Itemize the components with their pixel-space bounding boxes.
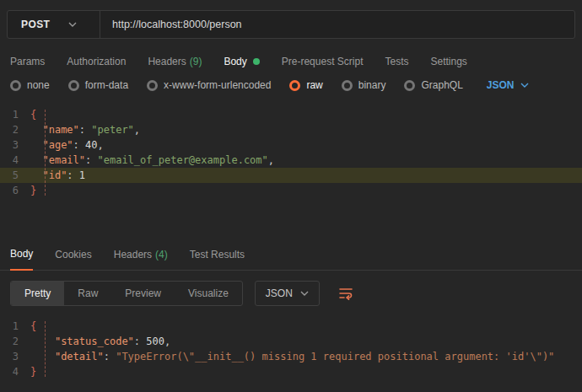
radio-raw-label: raw (306, 79, 322, 91)
chevron-down-icon (68, 22, 77, 27)
tab-prerequest-label: Pre-request Script (282, 56, 364, 67)
tab-headers[interactable]: Headers (9) (148, 56, 202, 67)
url-control: POST http://localhost:8000/person (7, 10, 575, 39)
response-tab-body-label: Body (10, 248, 33, 260)
response-toolbar: Pretty Raw Preview Visualize JSON (0, 271, 582, 314)
line-number: 2 (0, 334, 30, 349)
response-tabs: Body Cookies Headers (4) Test Results (0, 236, 582, 271)
word-wrap-icon (338, 287, 353, 300)
line-content: "email": "email_of_peter@example.com", (30, 153, 582, 168)
tab-authorization-label: Authorization (67, 56, 126, 67)
response-headers-count-badge: (4) (155, 249, 168, 260)
response-tab-test-results-label: Test Results (190, 249, 245, 260)
tab-settings[interactable]: Settings (431, 56, 467, 67)
word-wrap-button[interactable] (335, 283, 357, 303)
tab-settings-label: Settings (431, 56, 467, 67)
radio-graphql[interactable]: GraphQL (404, 79, 462, 91)
radio-icon (147, 80, 158, 91)
radio-none[interactable]: none (10, 79, 50, 91)
request-body-editor[interactable]: 1{2 "name": "peter",3 "age": 40,4 "email… (0, 103, 582, 236)
line-content: "age": 40, (30, 137, 582, 153)
radio-urlencoded[interactable]: x-www-form-urlencoded (147, 79, 271, 91)
line-content: { (30, 107, 582, 122)
response-tab-body[interactable]: Body (10, 248, 33, 271)
raw-language-label: JSON (487, 79, 515, 91)
tab-body-label: Body (224, 56, 246, 67)
response-tab-headers[interactable]: Headers (4) (114, 249, 168, 270)
line-number: 6 (0, 183, 30, 198)
code-line: 2 "status_code": 500, (0, 334, 582, 349)
code-line: 5 "id": 1 (0, 168, 582, 183)
tab-params-label: Params (10, 56, 45, 67)
response-language-label: JSON (266, 287, 293, 299)
bracket-guide (45, 321, 46, 377)
code-line: 4 "email": "email_of_peter@example.com", (0, 153, 582, 168)
tab-prerequest-script[interactable]: Pre-request Script (282, 56, 364, 67)
radio-graphql-label: GraphQL (421, 79, 462, 91)
code-line: 4} (0, 364, 582, 379)
line-content: { (30, 319, 582, 334)
tab-headers-label: Headers (148, 56, 186, 67)
code-line: 1{ (0, 107, 582, 122)
line-content: "name": "peter", (30, 122, 582, 137)
raw-language-dropdown[interactable]: JSON (487, 79, 529, 91)
radio-icon (10, 80, 21, 91)
line-number: 4 (0, 364, 30, 379)
url-text: http://localhost:8000/person (112, 19, 242, 30)
radio-binary-label: binary (358, 79, 386, 91)
line-content: "status_code": 500, (30, 334, 582, 349)
response-tab-test-results[interactable]: Test Results (190, 249, 245, 270)
tab-body[interactable]: Body (224, 56, 259, 67)
body-content-dot (253, 58, 260, 65)
response-language-dropdown[interactable]: JSON (255, 281, 320, 306)
radio-binary[interactable]: binary (342, 79, 386, 91)
view-preview-button[interactable]: Preview (111, 282, 175, 305)
headers-count-badge: (9) (190, 56, 202, 67)
chevron-down-icon (520, 83, 529, 88)
tab-authorization[interactable]: Authorization (67, 56, 126, 67)
code-line: 3 "detail": "TypeError(\"__init__() miss… (0, 349, 582, 364)
view-preview-label: Preview (125, 287, 161, 299)
line-number: 4 (0, 153, 30, 168)
radio-none-label: none (27, 79, 50, 91)
line-number: 1 (0, 107, 30, 122)
line-number: 1 (0, 319, 30, 334)
url-input[interactable]: http://localhost:8000/person (100, 11, 574, 38)
radio-icon (404, 80, 415, 91)
method-dropdown[interactable]: POST (8, 11, 100, 38)
line-content: } (30, 364, 582, 379)
tab-tests-label: Tests (385, 56, 408, 67)
radio-icon (342, 80, 353, 91)
response-body-editor[interactable]: 1{2 "status_code": 500,3 "detail": "Type… (0, 314, 582, 384)
view-visualize-label: Visualize (188, 287, 229, 299)
radio-urlencoded-label: x-www-form-urlencoded (164, 79, 271, 91)
code-line: 1{ (0, 319, 582, 334)
view-raw-button[interactable]: Raw (64, 282, 111, 305)
line-number: 3 (0, 349, 30, 364)
radio-form-data[interactable]: form-data (68, 79, 128, 91)
response-tab-cookies[interactable]: Cookies (55, 249, 91, 270)
radio-selected-icon (289, 80, 300, 91)
method-label: POST (21, 19, 50, 30)
postman-request-panel: POST http://localhost:8000/person Params… (0, 0, 582, 384)
view-pretty-label: Pretty (24, 287, 51, 299)
body-type-selector: none form-data x-www-form-urlencoded raw… (0, 78, 582, 103)
tab-tests[interactable]: Tests (385, 56, 408, 67)
radio-raw[interactable]: raw (289, 79, 322, 91)
line-content: } (30, 183, 582, 198)
line-number: 5 (0, 168, 30, 183)
view-pretty-button[interactable]: Pretty (11, 282, 64, 305)
response-tab-headers-label: Headers (114, 249, 152, 260)
response-view-switcher: Pretty Raw Preview Visualize (10, 281, 243, 306)
request-tabs: Params Authorization Headers (9) Body Pr… (0, 47, 582, 78)
request-url-bar: POST http://localhost:8000/person (0, 0, 582, 47)
radio-icon (68, 80, 79, 91)
line-content: "detail": "TypeError(\"__init__() missin… (30, 349, 582, 364)
line-number: 2 (0, 122, 30, 137)
line-content: "id": 1 (30, 168, 582, 183)
tab-params[interactable]: Params (10, 56, 45, 67)
view-visualize-button[interactable]: Visualize (175, 282, 242, 305)
code-line: 6} (0, 183, 582, 198)
radio-form-data-label: form-data (85, 79, 128, 91)
view-raw-label: Raw (78, 287, 98, 299)
